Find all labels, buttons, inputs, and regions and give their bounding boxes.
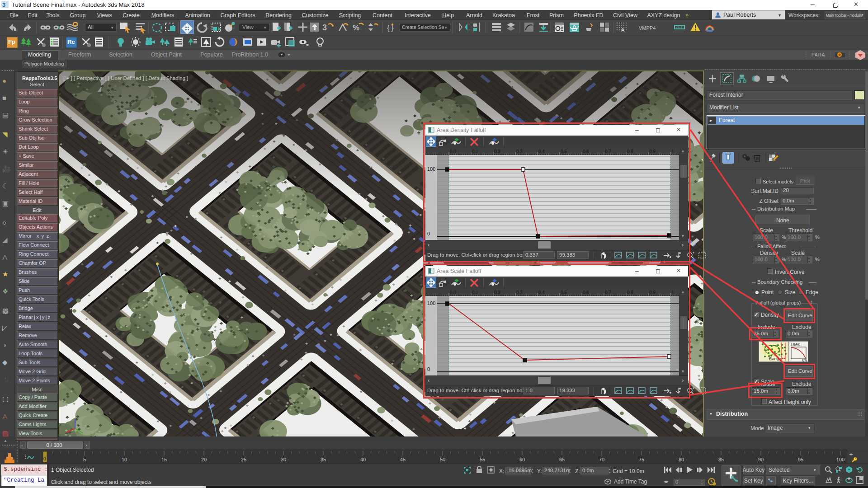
svg-text:70: 70 xyxy=(599,457,604,462)
svg-text:90: 90 xyxy=(758,457,764,462)
svg-text:100: 100 xyxy=(836,457,844,462)
svg-text:A: A xyxy=(621,27,625,33)
svg-text:75: 75 xyxy=(639,457,644,462)
svg-text:%: % xyxy=(353,23,359,32)
svg-text:3: 3 xyxy=(322,23,327,32)
svg-text:5: 5 xyxy=(83,457,86,462)
svg-text:Range: Range xyxy=(769,357,781,361)
svg-text:35: 35 xyxy=(321,457,326,462)
svg-text:95: 95 xyxy=(798,457,803,462)
svg-text:40: 40 xyxy=(360,457,366,462)
svg-text:30: 30 xyxy=(281,457,286,462)
svg-text:65: 65 xyxy=(559,457,565,462)
svg-text:15: 15 xyxy=(161,457,167,462)
svg-text:85: 85 xyxy=(718,457,724,462)
svg-text:10: 10 xyxy=(122,457,127,462)
svg-text:80: 80 xyxy=(679,457,684,462)
svg-text:60: 60 xyxy=(519,457,525,462)
svg-text:25: 25 xyxy=(241,457,246,462)
svg-text:20: 20 xyxy=(201,457,207,462)
svg-text:3: 3 xyxy=(2,1,5,8)
svg-text:45: 45 xyxy=(400,457,406,462)
svg-text:50: 50 xyxy=(440,457,445,462)
svg-text:0%: 0% xyxy=(802,358,807,361)
svg-text:55: 55 xyxy=(480,457,485,462)
svg-text:[ + ] [ Perspective ] [ User D: [ + ] [ Perspective ] [ User Defined ] [… xyxy=(63,75,188,81)
